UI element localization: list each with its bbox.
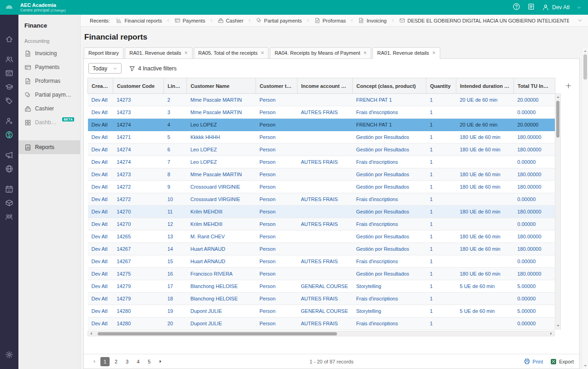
- chevron-left-icon[interactable]: [391, 18, 395, 23]
- report-tab[interactable]: RA01. Revenue details ×: [125, 47, 192, 59]
- add-column-button[interactable]: [565, 82, 572, 89]
- sidebar-item[interactable]: Partial payments: [18, 88, 80, 102]
- table-row[interactable]: Dev Atl 14273 2 Mme Pascale MARTIN Perso…: [88, 94, 555, 106]
- rail-module-button[interactable]: [0, 52, 18, 66]
- hscroll-left-arrow[interactable]: [89, 332, 93, 335]
- table-row[interactable]: Dev Atl 14273 3 Mme Pascale MARTIN Perso…: [88, 106, 555, 119]
- inactive-filters-button[interactable]: 4 Inactive filters: [129, 65, 176, 72]
- vertical-scrollbar[interactable]: [555, 93, 561, 329]
- release-notes-button[interactable]: [527, 3, 535, 12]
- period-select[interactable]: Today: [88, 63, 122, 74]
- user-menu-caret[interactable]: [576, 5, 582, 10]
- vscroll-up-arrow[interactable]: [556, 95, 560, 99]
- sidebar-item[interactable]: Proformas: [18, 74, 80, 88]
- table-row[interactable]: Dev Atl 14270 12 Krilm MEHDIII Person AU…: [88, 218, 555, 231]
- table-row[interactable]: Dev Atl 14274 7 Leo LOPEZ Person AUTRES …: [88, 156, 555, 168]
- rail-module-button[interactable]: [0, 196, 18, 210]
- rail-module-button[interactable]: [0, 80, 18, 94]
- table-row[interactable]: Dev Atl 14280 20 Dupont JULIE Person AUT…: [88, 317, 555, 330]
- recent-item[interactable]: Payments: [175, 17, 205, 23]
- prev-page-button[interactable]: [89, 357, 99, 366]
- horizontal-scrollbar[interactable]: [87, 331, 555, 336]
- col-customer-type[interactable]: Customer type: [256, 78, 297, 94]
- settings-button[interactable]: [0, 348, 18, 362]
- print-button[interactable]: Print: [524, 358, 543, 365]
- col-duration[interactable]: Intended duration of t...: [456, 78, 514, 94]
- table-row[interactable]: Dev Atl 14272 10 Crossouard VIRGINIE Per…: [88, 193, 555, 206]
- page-number-button[interactable]: 5: [145, 357, 154, 366]
- report-tab[interactable]: RA05. Total of the receipts ×: [194, 47, 269, 59]
- rail-module-button[interactable]: [0, 114, 18, 128]
- page-number-button[interactable]: 3: [122, 357, 132, 366]
- recent-item[interactable]: Cashier: [218, 17, 244, 23]
- recent-item[interactable]: Proformas: [314, 17, 346, 23]
- report-tab[interactable]: Report library: [84, 47, 123, 59]
- sidebar-item[interactable]: Dashboards BETA: [18, 115, 80, 129]
- sidebar-item[interactable]: Payments: [18, 60, 80, 74]
- rail-module-button[interactable]: [0, 128, 18, 142]
- sidebar-item[interactable]: Reports: [18, 140, 80, 154]
- rail-module-button[interactable]: [0, 32, 18, 46]
- report-tab[interactable]: RA01. Revenue details ×: [373, 47, 440, 59]
- hscroll-thumb[interactable]: [98, 332, 337, 335]
- next-page-button[interactable]: [156, 357, 165, 366]
- export-button[interactable]: Export: [550, 358, 574, 365]
- table-row[interactable]: Dev Atl 14267 15 Huart ARNAUD Person AUT…: [88, 255, 555, 268]
- col-customer-code[interactable]: Customer Code: [113, 78, 164, 94]
- vscroll-down-arrow[interactable]: [556, 324, 560, 328]
- tab-close-icon[interactable]: ×: [432, 50, 436, 56]
- col-customer-name[interactable]: Customer Name: [187, 78, 256, 94]
- rail-module-button[interactable]: [0, 94, 18, 108]
- recent-item[interactable]: Partial payments: [256, 17, 302, 23]
- table-row[interactable]: Dev Atl 14274 4 Leo LOPEZ Person FRENCH …: [88, 119, 555, 131]
- rail-module-button[interactable]: [0, 148, 18, 162]
- table-row[interactable]: Dev Atl 14265 13 M. Ranit CHEV Person Ge…: [88, 231, 555, 243]
- recents-expand-caret[interactable]: [577, 18, 582, 23]
- table-row[interactable]: Dev Atl 14279 17 Blanchong HELOISE Perso…: [88, 280, 555, 293]
- help-button[interactable]: [512, 3, 520, 12]
- table-row[interactable]: Dev Atl 14272 9 Crossouard VIRGINIE Pers…: [88, 181, 555, 193]
- hscroll-right-arrow[interactable]: [549, 332, 553, 335]
- chevron-left-icon[interactable]: [166, 18, 170, 23]
- tab-close-icon[interactable]: ×: [363, 50, 367, 56]
- table-row[interactable]: Dev Atl 14274 6 Leo LOPEZ Person Gestión…: [88, 144, 555, 156]
- rail-module-button[interactable]: [0, 162, 18, 176]
- user-menu[interactable]: Dev Atl: [542, 4, 570, 11]
- col-created[interactable]: Created...: [88, 78, 113, 94]
- col-total-invoiced[interactable]: Total TU Invoiced: [514, 78, 555, 94]
- tab-close-icon[interactable]: ×: [261, 50, 264, 56]
- app-logo[interactable]: [0, 0, 18, 15]
- report-tab[interactable]: RA04. Receipts by Means of Payment ×: [270, 47, 371, 59]
- chevron-left-icon[interactable]: [350, 18, 354, 23]
- table-row[interactable]: Dev Atl 14273 8 Mme Pascale MARTIN Perso…: [88, 168, 555, 181]
- rail-module-button[interactable]: 31: [0, 182, 18, 196]
- page-scroll-thumb[interactable]: [583, 54, 587, 80]
- chevron-left-icon[interactable]: [210, 18, 214, 23]
- recent-item[interactable]: Financial reports: [116, 17, 162, 23]
- sidebar-item[interactable]: Cashier: [18, 102, 80, 115]
- table-row[interactable]: Dev Atl 14267 14 Huart ARNAUD Person Ges…: [88, 243, 555, 255]
- chevron-left-icon[interactable]: [306, 18, 310, 23]
- table-row[interactable]: Dev Atl 14270 11 Krilm MEHDIII Person Ge…: [88, 206, 555, 218]
- col-line[interactable]: Line ...: [164, 78, 187, 94]
- page-number-button[interactable]: 4: [134, 357, 143, 366]
- sidebar-item[interactable]: Invoicing: [18, 46, 80, 60]
- page-scroll-up-arrow[interactable]: [583, 49, 587, 53]
- page-number-button[interactable]: 1: [100, 357, 110, 366]
- col-quantity[interactable]: Quantity: [426, 78, 456, 94]
- chevron-left-icon[interactable]: [248, 18, 252, 23]
- change-centre-link[interactable]: (Change): [51, 8, 66, 12]
- table-row[interactable]: Dev Atl 14280 19 Dupont JULIE Person GEN…: [88, 305, 555, 317]
- page-scroll-down-arrow[interactable]: [583, 364, 587, 368]
- recent-item[interactable]: DESDE EL GOBIERNO DIGITAL HACIA UN GOBIE…: [399, 17, 569, 23]
- table-row[interactable]: Dev Atl 14279 18 Blanchong HELOISE Perso…: [88, 293, 555, 305]
- vscroll-thumb[interactable]: [556, 101, 559, 138]
- rail-module-button[interactable]: [0, 66, 18, 80]
- rail-module-button[interactable]: [0, 210, 18, 224]
- col-concept[interactable]: Concept (class, product): [353, 78, 426, 94]
- page-number-button[interactable]: 2: [111, 357, 121, 366]
- table-row[interactable]: Dev Atl 14271 5 Kkkkk HHHH Person Gestió…: [88, 131, 555, 144]
- tab-close-icon[interactable]: ×: [185, 50, 188, 56]
- table-row[interactable]: Dev Atl 14275 16 Francisco RIVERA Person…: [88, 268, 555, 280]
- page-scrollbar[interactable]: [582, 48, 588, 369]
